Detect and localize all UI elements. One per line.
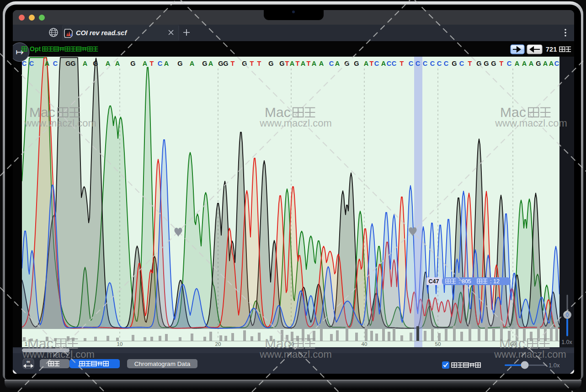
svg-text:C: C	[387, 60, 392, 67]
svg-text:A: A	[515, 60, 520, 67]
svg-text:G: G	[279, 60, 284, 67]
svg-text:C: C	[329, 60, 334, 67]
svg-text:A: A	[543, 60, 548, 67]
svg-text:A: A	[364, 60, 369, 67]
svg-text:T: T	[250, 60, 254, 67]
svg-text:G: G	[242, 60, 247, 67]
svg-text:A: A	[143, 60, 148, 67]
svg-text:: 12: : 12	[490, 278, 500, 285]
svg-text:∞: ∞	[27, 359, 30, 364]
svg-text:T: T	[257, 60, 261, 67]
svg-text:G: G	[130, 60, 135, 67]
svg-text:G: G	[223, 60, 228, 67]
svg-text:1: 1	[25, 341, 27, 347]
svg-text:A: A	[522, 60, 527, 67]
svg-text:40: 40	[362, 341, 368, 347]
svg-text:A: A	[381, 60, 386, 67]
svg-text:C: C	[158, 60, 163, 67]
svg-text:A: A	[208, 60, 213, 67]
svg-text:C: C	[29, 60, 34, 67]
svg-text:A: A	[115, 60, 120, 67]
svg-text:T: T	[231, 60, 235, 67]
svg-text:G: G	[536, 60, 541, 67]
svg-text:A: A	[312, 60, 317, 67]
svg-text:A: A	[106, 60, 111, 67]
svg-text:G: G	[70, 60, 75, 67]
svg-text:Chromatogram Data: Chromatogram Data	[134, 360, 191, 367]
svg-text:50: 50	[435, 341, 441, 347]
svg-text:T: T	[296, 60, 300, 67]
svg-text:A: A	[319, 60, 324, 67]
svg-text:COI rev read.scf: COI rev read.scf	[76, 29, 128, 37]
svg-text:A: A	[83, 60, 88, 67]
svg-text:C: C	[430, 60, 435, 67]
svg-text:A: A	[190, 60, 195, 67]
svg-text:G: G	[491, 60, 496, 67]
svg-text:G: G	[268, 60, 273, 67]
svg-text:G: G	[452, 60, 457, 67]
svg-text:T: T	[307, 60, 311, 67]
svg-text:T: T	[285, 60, 289, 67]
svg-text:A: A	[549, 60, 554, 67]
svg-text:C: C	[554, 60, 559, 67]
svg-text:T: T	[500, 60, 504, 67]
svg-text:20: 20	[215, 341, 221, 347]
svg-text:G: G	[218, 60, 223, 67]
svg-text:C47: C47	[429, 278, 439, 285]
svg-text:C: C	[423, 60, 428, 67]
svg-text:C: C	[392, 60, 397, 67]
svg-text:60: 60	[510, 341, 516, 347]
svg-text:721: 721	[546, 46, 557, 53]
svg-text:G: G	[476, 60, 481, 67]
svg-text:G: G	[65, 60, 70, 67]
svg-text:T: T	[468, 60, 472, 67]
svg-text:A: A	[335, 60, 340, 67]
svg-text:C: C	[459, 60, 464, 67]
svg-text:10: 10	[117, 341, 123, 347]
svg-text:C: C	[507, 60, 512, 67]
svg-text:C: C	[437, 60, 442, 67]
svg-text:A: A	[45, 60, 50, 67]
svg-text:C: C	[416, 60, 421, 67]
svg-text:C: C	[374, 60, 379, 67]
svg-text:G: G	[344, 60, 349, 67]
svg-text:1.0x: 1.0x	[561, 339, 572, 345]
svg-text:C: C	[409, 60, 414, 67]
svg-text:T: T	[150, 60, 154, 67]
svg-text:T: T	[400, 60, 404, 67]
svg-text:G: G	[93, 60, 98, 67]
svg-text:T: T	[370, 60, 374, 67]
svg-text:A: A	[301, 60, 306, 67]
svg-text:A: A	[290, 60, 295, 67]
svg-text:30: 30	[288, 341, 294, 347]
svg-text:1.0x: 1.0x	[549, 362, 560, 369]
svg-text:A: A	[164, 60, 169, 67]
svg-text:: 805: : 805	[458, 278, 471, 285]
svg-text:A: A	[529, 60, 534, 67]
svg-text:G: G	[177, 60, 182, 67]
svg-text:G: G	[354, 60, 359, 67]
svg-text:G: G	[202, 60, 207, 67]
svg-text:C: C	[53, 60, 58, 67]
svg-text:G: G	[484, 60, 489, 67]
svg-text:C: C	[444, 60, 449, 67]
svg-text:Opt: Opt	[30, 45, 41, 53]
